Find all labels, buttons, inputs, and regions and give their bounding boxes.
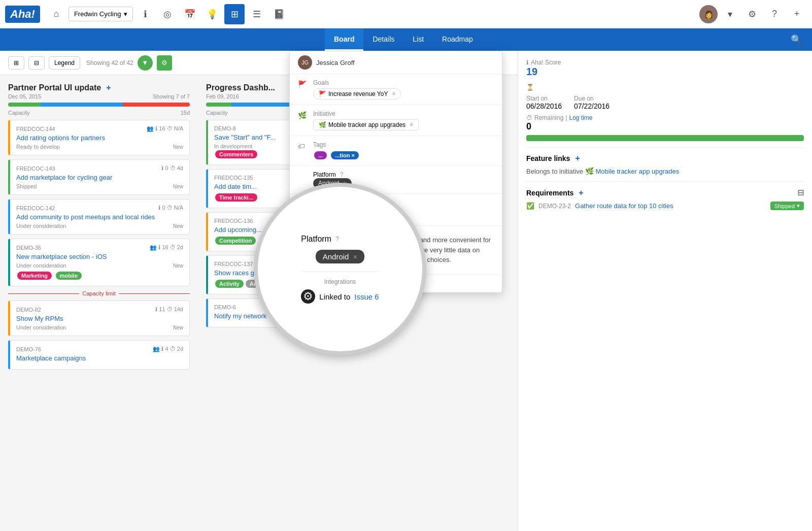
card-title[interactable]: Add community to post meetups and local … [16,213,183,221]
chevron-down-icon[interactable]: ▾ [720,4,740,24]
card-title[interactable]: Show My RPMs [16,315,183,322]
user-avatar[interactable]: 👩 [699,5,718,23]
card-bottom: Ready to develop New [16,144,183,150]
card-tags: Marketing mobile [16,271,183,281]
capacity-label: Capacity [8,110,30,116]
tag-timetrack[interactable]: Time tracki... [215,193,257,202]
card-id: DEMO-6 [214,304,236,310]
card-title[interactable]: Add rating options for partners [16,134,183,142]
target-nav-btn[interactable]: ◎ [157,4,178,24]
tab-details[interactable]: Details [363,28,403,51]
log-time-btn[interactable]: Log time [569,114,593,121]
column-settings-btn[interactable]: ⚙ [157,55,172,71]
cap-label-2: Capacity [206,110,291,116]
card-title[interactable]: Add marketplace for cycling gear [16,174,183,181]
workspace-name: Fredwin Cycling [74,10,121,18]
goal-remove-btn[interactable]: × [392,90,395,97]
column-meta: Dec 05, 2015 Showing 7 of 7 [8,93,190,99]
tag-marketing[interactable]: Marketing [17,272,52,280]
legend-btn[interactable]: Legend [49,56,80,70]
clock-icon: ⏱ [526,114,532,121]
grid-view-btn[interactable]: ⊞ [8,56,24,70]
goals-row: 🚩 Goals 🚩 Increase revenue YoY × [290,74,502,105]
requirements-section: Requirements + ⊟ ✅ DEMO-23-2 Gather rout… [526,181,804,210]
shipped-badge-wrap: Shipped ▾ [770,202,804,210]
tag-mobile[interactable]: mobile [56,272,82,280]
add-feature-link-btn[interactable]: + [575,154,580,163]
card-id-row: DEMO-8 [214,125,285,131]
init-icon-link: 🌿 [585,167,596,175]
logo[interactable]: Aha! [5,6,40,23]
shipped-badge[interactable]: Shipped ▾ [770,202,804,210]
card-id: DEMO-36 [16,245,41,251]
tab-board[interactable]: Board [325,28,363,51]
card-meta: ℹ 11 ⏱ 14d [155,306,183,313]
top-nav: Aha! ⌂ Fredwin Cycling ▾ ℹ ◎ 📅 💡 ⊞ ☰ 📓 👩… [0,0,812,28]
card-status: Under consideration [16,262,66,269]
req-check-icon: ✅ [526,202,534,210]
initiative-tag[interactable]: 🌿 Mobile tracker app upgrades × [313,119,419,130]
table-row[interactable]: DEMO-76 👥 ℹ 4 ⏱ 2d Marketplace campaigns [8,340,190,370]
add-nav-btn[interactable]: + [787,4,807,24]
table-row[interactable]: FREDCOC-143 ℹ 0 ⏱ 4d Add marketplace for… [8,159,190,195]
card-meta: ℹ 0 ⏱ N/A [158,205,183,211]
belongs-link[interactable]: Mobile tracker app upgrades [596,168,680,175]
requirements-title: Requirements + ⊟ [526,188,804,197]
workspace-selector[interactable]: Fredwin Cycling ▾ [69,7,133,21]
collapse-req-btn[interactable]: ⊟ [797,188,804,197]
bulb-nav-btn[interactable]: 💡 [202,4,222,24]
card-view-btn[interactable]: ⊟ [28,56,45,70]
card-title[interactable]: Save "Start" and "F... [214,134,285,141]
info-nav-btn[interactable]: ℹ [135,4,155,24]
start-label: Start on [526,95,562,102]
platform-label-mag: Platform [301,235,331,244]
start-date: 06/28/2016 [526,102,562,110]
card-title[interactable]: Add date tim... [214,183,285,190]
goal-text: Increase revenue YoY [328,90,388,97]
calendar-nav-btn[interactable]: 📅 [180,4,200,24]
tag-2[interactable]: ...tion × [331,151,359,159]
cap-red [123,103,190,107]
tag-competition[interactable]: Competition [215,237,256,245]
cap-blue [41,103,122,107]
capacity-limit: Capacity limit [8,290,190,296]
card-title[interactable]: New marketplace section - iOS [16,253,183,260]
goal-tag[interactable]: 🚩 Increase revenue YoY × [313,88,401,99]
right-panel: ℹ Aha! Score 19 ⏳ Start on 06/28/2016 Du… [518,51,812,531]
help-nav-btn[interactable]: ? [764,4,785,24]
tag-activity[interactable]: Activity [215,280,244,288]
table-row[interactable]: FREDCOC-142 ℹ 0 ⏱ N/A Add community to p… [8,199,190,235]
home-nav-btn[interactable]: ⌂ [46,4,66,24]
card-meta: ℹ 0 ⏱ 4d [161,165,183,172]
platform-tag-mag[interactable]: Android × [316,250,364,263]
column-header: Partner Portal UI update + Dec 05, 2015 … [8,83,190,116]
card-title[interactable]: Marketplace campaigns [16,354,183,362]
search-icon[interactable]: 🔍 [791,34,802,45]
cap-label-text: Capacity [206,110,228,116]
settings-nav-btn[interactable]: ⚙ [742,4,762,24]
grid-nav-btn[interactable]: ⊞ [224,4,245,24]
initiative-content: Initiative 🌿 Mobile tracker app upgrades… [313,110,494,130]
table-row[interactable]: DEMO-8 Save "Start" and "F... In develop… [206,120,291,165]
tab-roadmap[interactable]: Roadmap [433,28,482,51]
platform-help-icon[interactable]: ? [340,171,344,178]
table-row[interactable]: DEMO-36 👥 ℹ 16 ⏱ 2d New marketplace sect… [8,239,190,286]
tab-list[interactable]: List [403,28,433,51]
table-row[interactable]: FREDCOC-144 👥 ℹ 16 ⏱ N/A Add rating opti… [8,120,190,155]
add-requirement-btn[interactable]: + [579,188,583,197]
filter-btn[interactable]: ▼ [138,55,153,71]
req-title[interactable]: Gather route data for top 10 cities [575,202,673,210]
initiative-remove-btn[interactable]: × [410,121,413,128]
table-row[interactable]: FREDCOC-135 Add date tim... Time tracki.… [206,169,291,208]
notebook-nav-btn[interactable]: 📓 [269,4,289,24]
tag-commenters[interactable]: Commenters [215,150,257,158]
tags-content: Tags ... ...tion × [313,141,494,160]
tag-1[interactable]: ... [314,151,327,159]
table-row[interactable]: DEMO-82 ℹ 11 ⏱ 14d Show My RPMs Under co… [8,301,190,336]
android-remove-btn[interactable]: × [353,252,357,261]
list-nav-btn[interactable]: ☰ [247,4,267,24]
add-feature-btn[interactable]: + [106,83,111,92]
shipped-label: Shipped [774,203,795,209]
issue-link-mag[interactable]: Issue 6 [354,292,379,301]
github-icon-mag: ⚙ [301,289,315,304]
